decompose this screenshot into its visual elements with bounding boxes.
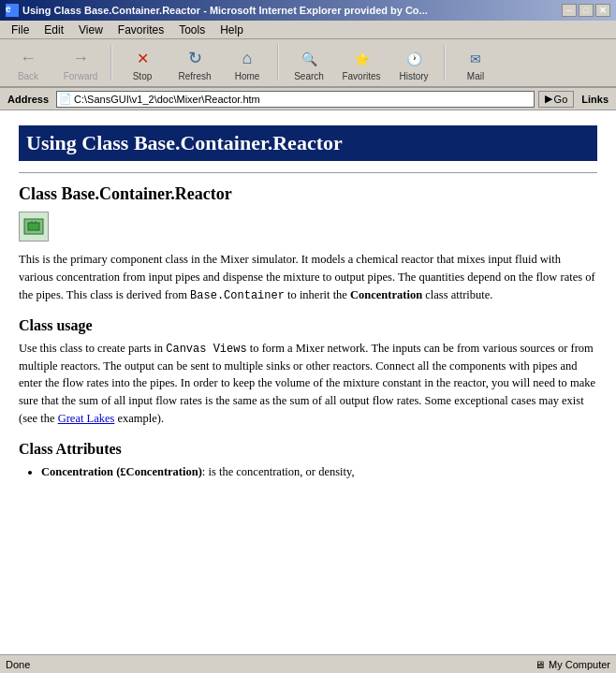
great-lakes-link[interactable]: Great Lakes (58, 412, 115, 425)
class-description: This is the primary component class in t… (19, 251, 597, 304)
toolbar: Back Forward Stop Refresh Home Search Fa… (0, 39, 616, 88)
title-bar: e Using Class Base.Container.Reactor - M… (0, 0, 616, 21)
forward-button[interactable]: Forward (56, 41, 105, 84)
page-icon: 📄 (59, 93, 72, 105)
address-bar: Address 📄 ▶ Go Links (0, 88, 616, 110)
back-button[interactable]: Back (4, 41, 52, 84)
window-controls: ─ □ ✕ (562, 4, 610, 17)
app-icon: e (6, 4, 19, 17)
search-icon (296, 45, 322, 71)
go-arrow-icon: ▶ (545, 93, 552, 105)
page-heading: Using Class Base.Container.Reactor (19, 125, 597, 161)
toolbar-separator-2 (277, 45, 279, 80)
window-title: Using Class Base.Container.Reactor - Mic… (22, 5, 428, 16)
svg-rect-1 (28, 223, 39, 230)
status-text: Done (6, 659, 30, 670)
maximize-button[interactable]: □ (579, 4, 594, 17)
close-button[interactable]: ✕ (595, 4, 610, 17)
attributes-title: Class Attributes (19, 441, 597, 458)
status-zone: My Computer (549, 659, 610, 670)
computer-icon: 🖥 (535, 659, 545, 670)
mail-button[interactable]: Mail (451, 41, 500, 84)
menu-favorites[interactable]: Favorites (110, 22, 171, 38)
attr-name: Concentration (£Concentration) (41, 465, 202, 478)
links-button[interactable]: Links (578, 94, 612, 105)
toolbar-separator-3 (444, 45, 446, 80)
menu-tools[interactable]: Tools (171, 22, 213, 38)
usage-title: Class usage (19, 317, 597, 334)
minimize-button[interactable]: ─ (562, 4, 577, 17)
home-icon (234, 45, 260, 71)
home-button[interactable]: Home (223, 41, 271, 84)
refresh-icon (182, 45, 208, 71)
menu-view[interactable]: View (71, 22, 110, 38)
menu-help[interactable]: Help (213, 22, 251, 38)
attributes-list: Concentration (£Concentration): is the c… (41, 463, 597, 481)
usage-paragraph: Use this class to create parts in Canvas… (19, 340, 597, 428)
content-area: Using Class Base.Container.Reactor Class… (0, 110, 616, 654)
address-input-wrap[interactable]: 📄 (56, 91, 535, 108)
favorites-button[interactable]: Favorites (337, 41, 386, 84)
stop-button[interactable]: Stop (118, 41, 167, 84)
attr-desc: : is the concentration, or density, (202, 465, 355, 478)
favorites-icon (348, 45, 374, 71)
search-button[interactable]: Search (285, 41, 333, 84)
history-button[interactable]: History (389, 41, 438, 84)
address-input[interactable] (74, 94, 532, 105)
back-icon (15, 45, 41, 71)
menu-file[interactable]: File (4, 22, 37, 38)
forward-icon (67, 45, 94, 71)
status-bar: Done 🖥 My Computer (0, 654, 616, 673)
menu-edit[interactable]: Edit (37, 22, 71, 38)
class-title: Class Base.Container.Reactor (19, 184, 597, 204)
history-icon (401, 45, 427, 71)
address-label: Address (4, 94, 52, 105)
mail-icon (462, 45, 489, 71)
list-item: Concentration (£Concentration): is the c… (41, 463, 597, 481)
go-button[interactable]: ▶ Go (538, 91, 575, 108)
refresh-button[interactable]: Refresh (170, 41, 219, 84)
stop-icon (129, 45, 155, 71)
toolbar-separator-1 (110, 45, 112, 80)
status-right: 🖥 My Computer (535, 659, 610, 670)
class-icon (19, 212, 49, 241)
divider-1 (19, 172, 597, 173)
menu-bar: File Edit View Favorites Tools Help (0, 21, 616, 39)
